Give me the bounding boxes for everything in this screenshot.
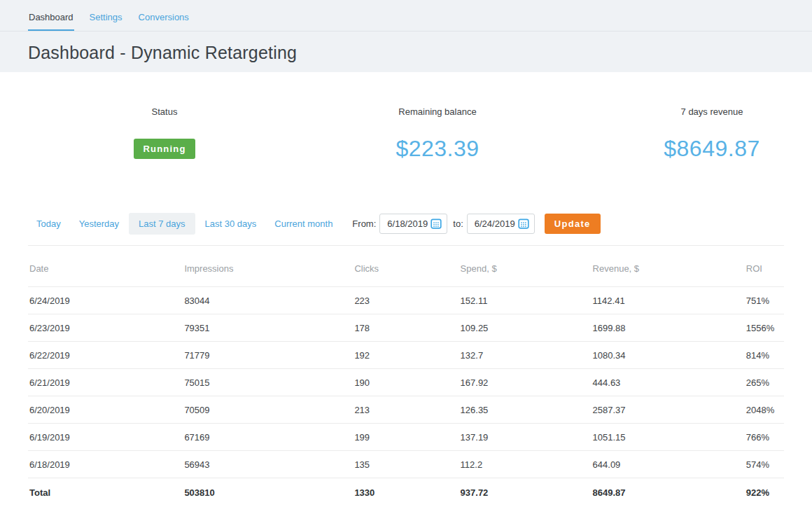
from-date-input[interactable]: 6/18/2019 bbox=[379, 214, 447, 234]
from-date-value: 6/18/2019 bbox=[387, 218, 428, 229]
total-spend: 937.72 bbox=[459, 478, 592, 507]
calendar-icon[interactable] bbox=[430, 218, 442, 229]
tab-conversions[interactable]: Conversions bbox=[138, 11, 190, 31]
cell-clicks: 190 bbox=[353, 369, 458, 396]
cell-clicks: 178 bbox=[353, 314, 458, 342]
cell-roi: 1556% bbox=[745, 314, 784, 342]
preset-yesterday[interactable]: Yesterday bbox=[71, 213, 127, 235]
total-roi: 922% bbox=[745, 478, 784, 507]
revenue-value: $8649.87 bbox=[664, 136, 760, 162]
page-header: Dashboard Settings Conversions Dashboard… bbox=[0, 0, 812, 72]
cell-clicks: 223 bbox=[353, 287, 458, 314]
table-row: 6/20/2019 70509 213 126.35 2587.37 2048% bbox=[28, 396, 784, 424]
table-row: 6/21/2019 75015 190 167.92 444.63 265% bbox=[28, 369, 784, 396]
header-clicks: Clicks bbox=[353, 246, 458, 287]
cell-revenue: 1080.34 bbox=[592, 342, 745, 369]
header-spend: Spend, $ bbox=[459, 246, 592, 287]
cell-roi: 2048% bbox=[745, 396, 784, 424]
cell-date: 6/19/2019 bbox=[28, 424, 183, 451]
total-revenue: 8649.87 bbox=[592, 478, 745, 507]
cell-spend: 126.35 bbox=[459, 396, 592, 424]
total-label: Total bbox=[28, 478, 183, 507]
cell-spend: 132.7 bbox=[459, 342, 592, 369]
calendar-icon[interactable] bbox=[518, 218, 529, 229]
balance-label: Remaining balance bbox=[329, 106, 546, 117]
stat-7-days-revenue: 7 days revenue $8649.87 bbox=[612, 106, 812, 161]
table-total-row: Total 503810 1330 937.72 8649.87 922% bbox=[28, 478, 784, 507]
cell-spend: 109.25 bbox=[459, 314, 592, 342]
cell-spend: 112.2 bbox=[459, 451, 592, 478]
cell-clicks: 135 bbox=[353, 451, 458, 478]
cell-roi: 265% bbox=[745, 369, 784, 396]
table-row: 6/18/2019 56943 135 112.2 644.09 574% bbox=[28, 451, 784, 478]
update-button[interactable]: Update bbox=[545, 214, 601, 234]
preset-current-month[interactable]: Current month bbox=[266, 213, 341, 235]
cell-roi: 814% bbox=[745, 342, 784, 369]
cell-impressions: 71779 bbox=[183, 342, 353, 369]
cell-spend: 167.92 bbox=[459, 369, 592, 396]
cell-date: 6/18/2019 bbox=[28, 451, 183, 478]
tab-dashboard[interactable]: Dashboard bbox=[28, 11, 74, 31]
revenue-label: 7 days revenue bbox=[612, 106, 812, 117]
to-date-value: 6/24/2019 bbox=[475, 218, 515, 229]
cell-clicks: 213 bbox=[353, 396, 458, 424]
cell-impressions: 75015 bbox=[183, 369, 353, 396]
cell-revenue: 444.63 bbox=[592, 369, 745, 396]
stats-table: Date Impressions Clicks Spend, $ Revenue… bbox=[28, 246, 784, 506]
table-row: 6/19/2019 67169 199 137.19 1051.15 766% bbox=[28, 424, 784, 451]
preset-last-30-days[interactable]: Last 30 days bbox=[197, 213, 265, 235]
date-filter-bar: Today Yesterday Last 7 days Last 30 days… bbox=[0, 213, 812, 234]
total-clicks: 1330 bbox=[353, 478, 458, 507]
to-date-input[interactable]: 6/24/2019 bbox=[467, 214, 535, 234]
stats-table-container: Date Impressions Clicks Spend, $ Revenue… bbox=[28, 245, 784, 506]
cell-impressions: 67169 bbox=[183, 424, 353, 451]
cell-date: 6/24/2019 bbox=[28, 287, 183, 314]
from-label: From: bbox=[352, 218, 376, 229]
stat-remaining-balance: Remaining balance $223.39 bbox=[329, 106, 546, 161]
balance-value: $223.39 bbox=[396, 136, 479, 162]
cell-impressions: 70509 bbox=[183, 396, 353, 424]
cell-date: 6/20/2019 bbox=[28, 396, 183, 424]
tab-bar: Dashboard Settings Conversions bbox=[0, 0, 812, 32]
cell-impressions: 83044 bbox=[183, 287, 353, 314]
preset-last-7-days[interactable]: Last 7 days bbox=[129, 213, 195, 235]
cell-revenue: 1699.88 bbox=[592, 314, 745, 342]
cell-clicks: 199 bbox=[353, 424, 458, 451]
total-impressions: 503810 bbox=[183, 478, 353, 507]
cell-revenue: 1142.41 bbox=[592, 287, 745, 314]
cell-impressions: 56943 bbox=[183, 451, 353, 478]
cell-date: 6/22/2019 bbox=[28, 342, 183, 369]
header-roi: ROI bbox=[745, 246, 784, 287]
table-row: 6/22/2019 71779 192 132.7 1080.34 814% bbox=[28, 342, 784, 369]
cell-spend: 152.11 bbox=[459, 287, 592, 314]
cell-date: 6/21/2019 bbox=[28, 369, 183, 396]
table-row: 6/23/2019 79351 178 109.25 1699.88 1556% bbox=[28, 314, 784, 342]
cell-clicks: 192 bbox=[353, 342, 458, 369]
cell-revenue: 644.09 bbox=[592, 451, 745, 478]
cell-spend: 137.19 bbox=[459, 424, 592, 451]
cell-roi: 751% bbox=[745, 287, 784, 314]
stat-status: Status Running bbox=[0, 106, 329, 161]
tab-settings[interactable]: Settings bbox=[89, 11, 123, 31]
stats-row: Status Running Remaining balance $223.39… bbox=[0, 72, 812, 161]
page-title: Dashboard - Dynamic Retargeting bbox=[0, 32, 812, 63]
cell-revenue: 1051.15 bbox=[592, 424, 745, 451]
cell-roi: 766% bbox=[745, 424, 784, 451]
status-label: Status bbox=[0, 106, 329, 117]
cell-impressions: 79351 bbox=[183, 314, 353, 342]
cell-roi: 574% bbox=[745, 451, 784, 478]
header-revenue: Revenue, $ bbox=[592, 246, 745, 287]
to-label: to: bbox=[453, 218, 463, 229]
header-impressions: Impressions bbox=[183, 246, 353, 287]
table-row: 6/24/2019 83044 223 152.11 1142.41 751% bbox=[28, 287, 784, 314]
table-header-row: Date Impressions Clicks Spend, $ Revenue… bbox=[28, 246, 784, 287]
cell-revenue: 2587.37 bbox=[592, 396, 745, 424]
preset-today[interactable]: Today bbox=[28, 213, 69, 235]
cell-date: 6/23/2019 bbox=[28, 314, 183, 342]
header-date: Date bbox=[28, 246, 183, 287]
status-badge: Running bbox=[134, 139, 195, 159]
